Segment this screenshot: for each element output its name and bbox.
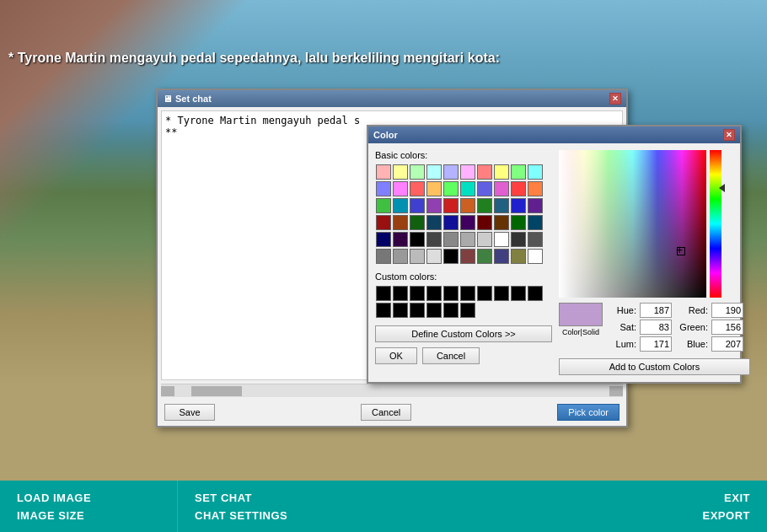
custom-color-cell[interactable] xyxy=(443,303,459,318)
load-image-item[interactable]: LOAD IMAGE xyxy=(17,489,91,507)
basic-color-cell[interactable] xyxy=(426,215,442,230)
basic-color-cell[interactable] xyxy=(393,181,408,196)
basic-color-cell[interactable] xyxy=(477,249,492,264)
basic-color-cell[interactable] xyxy=(393,215,408,230)
color-cancel-button[interactable]: Cancel xyxy=(422,347,480,364)
basic-color-cell[interactable] xyxy=(443,249,459,264)
basic-color-cell[interactable] xyxy=(376,249,391,264)
scroll-right[interactable] xyxy=(609,386,623,396)
basic-color-cell[interactable] xyxy=(477,164,492,180)
color-close-button[interactable]: ✕ xyxy=(723,129,735,141)
set-chat-close-button[interactable]: ✕ xyxy=(609,93,621,105)
ok-button[interactable]: OK xyxy=(375,347,417,364)
custom-color-cell[interactable] xyxy=(443,286,459,301)
basic-color-cell[interactable] xyxy=(511,249,526,264)
custom-color-cell[interactable] xyxy=(528,286,543,301)
basic-color-cell[interactable] xyxy=(460,232,475,247)
color-spectrum[interactable] xyxy=(559,150,706,298)
image-size-item[interactable]: IMAGE SIZE xyxy=(17,507,84,524)
custom-color-cell[interactable] xyxy=(410,286,425,301)
lum-input[interactable] xyxy=(640,336,672,352)
set-chat-scrollbar[interactable] xyxy=(161,384,623,397)
basic-color-cell[interactable] xyxy=(460,215,475,230)
custom-color-cell[interactable] xyxy=(393,303,408,318)
basic-color-cell[interactable] xyxy=(393,198,408,213)
basic-color-cell[interactable] xyxy=(494,232,509,247)
pick-color-button[interactable]: Pick color xyxy=(557,404,620,421)
basic-color-cell[interactable] xyxy=(376,198,391,213)
basic-color-cell[interactable] xyxy=(460,198,475,213)
scrollbar-thumb[interactable] xyxy=(191,386,242,396)
red-input[interactable] xyxy=(711,303,743,318)
custom-color-cell[interactable] xyxy=(494,286,509,301)
basic-color-cell[interactable] xyxy=(443,164,459,180)
exit-item[interactable]: EXIT xyxy=(724,489,750,507)
basic-color-cell[interactable] xyxy=(393,249,408,264)
export-item[interactable]: EXPORT xyxy=(703,507,750,524)
basic-color-cell[interactable] xyxy=(426,249,442,264)
basic-color-cell[interactable] xyxy=(426,232,442,247)
basic-color-cell[interactable] xyxy=(443,198,459,213)
basic-color-cell[interactable] xyxy=(511,215,526,230)
hue-input[interactable] xyxy=(640,303,672,318)
basic-color-cell[interactable] xyxy=(460,181,475,196)
scroll-left[interactable] xyxy=(161,386,174,396)
basic-color-cell[interactable] xyxy=(460,164,475,180)
hue-bar[interactable] xyxy=(710,150,721,298)
basic-color-cell[interactable] xyxy=(376,232,391,247)
basic-color-cell[interactable] xyxy=(393,164,408,180)
sat-input[interactable] xyxy=(640,320,672,335)
basic-color-cell[interactable] xyxy=(528,198,543,213)
basic-color-cell[interactable] xyxy=(511,181,526,196)
basic-color-cell[interactable] xyxy=(410,198,425,213)
basic-color-cell[interactable] xyxy=(494,215,509,230)
basic-color-cell[interactable] xyxy=(460,249,475,264)
basic-color-cell[interactable] xyxy=(443,181,459,196)
basic-color-cell[interactable] xyxy=(528,181,543,196)
set-chat-item[interactable]: SET CHAT xyxy=(195,489,252,507)
define-custom-colors-button[interactable]: Define Custom Colors >> xyxy=(375,325,552,342)
custom-color-cell[interactable] xyxy=(426,303,442,318)
save-button[interactable]: Save xyxy=(164,404,215,421)
basic-color-cell[interactable] xyxy=(494,249,509,264)
basic-color-cell[interactable] xyxy=(528,215,543,230)
custom-color-cell[interactable] xyxy=(410,303,425,318)
custom-color-cell[interactable] xyxy=(460,286,475,301)
custom-color-cell[interactable] xyxy=(477,286,492,301)
basic-color-cell[interactable] xyxy=(410,181,425,196)
basic-color-cell[interactable] xyxy=(443,232,459,247)
basic-color-cell[interactable] xyxy=(494,181,509,196)
add-custom-colors-button[interactable]: Add to Custom Colors xyxy=(559,358,750,375)
custom-color-cell[interactable] xyxy=(393,286,408,301)
custom-color-cell[interactable] xyxy=(426,286,442,301)
custom-color-cell[interactable] xyxy=(376,286,391,301)
basic-color-cell[interactable] xyxy=(376,164,391,180)
chat-settings-item[interactable]: CHAT SETTINGS xyxy=(195,507,287,524)
basic-color-cell[interactable] xyxy=(410,249,425,264)
basic-color-cell[interactable] xyxy=(511,164,526,180)
basic-color-cell[interactable] xyxy=(410,215,425,230)
basic-color-cell[interactable] xyxy=(376,181,391,196)
basic-color-cell[interactable] xyxy=(494,164,509,180)
basic-color-cell[interactable] xyxy=(477,198,492,213)
green-input[interactable] xyxy=(711,320,743,335)
basic-color-cell[interactable] xyxy=(528,249,543,264)
basic-color-cell[interactable] xyxy=(426,164,442,180)
basic-color-cell[interactable] xyxy=(528,232,543,247)
basic-color-cell[interactable] xyxy=(477,181,492,196)
blue-input[interactable] xyxy=(711,336,743,352)
basic-color-cell[interactable] xyxy=(511,232,526,247)
basic-color-cell[interactable] xyxy=(528,164,543,180)
basic-color-cell[interactable] xyxy=(443,215,459,230)
cancel-button[interactable]: Cancel xyxy=(361,404,411,421)
basic-color-cell[interactable] xyxy=(376,215,391,230)
basic-color-cell[interactable] xyxy=(511,198,526,213)
basic-color-cell[interactable] xyxy=(494,198,509,213)
basic-color-cell[interactable] xyxy=(410,232,425,247)
basic-color-cell[interactable] xyxy=(393,232,408,247)
basic-color-cell[interactable] xyxy=(426,181,442,196)
basic-color-cell[interactable] xyxy=(477,215,492,230)
basic-color-cell[interactable] xyxy=(477,232,492,247)
custom-color-cell[interactable] xyxy=(376,303,391,318)
custom-color-cell[interactable] xyxy=(511,286,526,301)
